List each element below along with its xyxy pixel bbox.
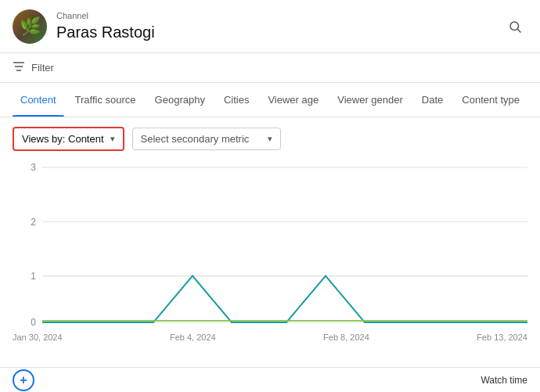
dropdowns-row: Views by: Content ▾ Select secondary met… bbox=[13, 127, 527, 151]
svg-point-0 bbox=[510, 22, 519, 31]
svg-text:1: 1 bbox=[31, 270, 36, 282]
filter-icon bbox=[13, 61, 25, 74]
secondary-chevron: ▾ bbox=[268, 134, 272, 144]
tab-viewer-age[interactable]: Viewer age bbox=[260, 83, 326, 117]
views-by-label: Views by: Content bbox=[22, 133, 104, 145]
search-button[interactable] bbox=[502, 14, 527, 39]
tab-traffic-source[interactable]: Traffic source bbox=[67, 83, 144, 117]
svg-line-1 bbox=[517, 29, 520, 32]
filter-label: Filter bbox=[31, 62, 54, 74]
tab-content-type[interactable]: Content type bbox=[454, 83, 527, 117]
secondary-metric-dropdown[interactable]: Select secondary metric ▾ bbox=[132, 128, 281, 150]
chart-line-main bbox=[42, 276, 527, 322]
add-button[interactable]: + bbox=[13, 369, 34, 391]
x-label-0: Jan 30, 2024 bbox=[13, 333, 63, 342]
watch-time-label: Watch time bbox=[481, 375, 527, 386]
secondary-metric-label: Select secondary metric bbox=[141, 133, 250, 145]
tab-content[interactable]: Content bbox=[13, 83, 64, 117]
channel-label: Channel bbox=[56, 10, 498, 21]
x-label-2: Feb 8, 2024 bbox=[323, 333, 369, 342]
svg-text:2: 2 bbox=[31, 216, 36, 228]
tab-viewer-gender[interactable]: Viewer gender bbox=[329, 83, 411, 117]
views-by-dropdown[interactable]: Views by: Content ▾ bbox=[13, 127, 124, 151]
channel-info: Channel Paras Rastogi bbox=[56, 10, 498, 41]
x-label-3: Feb 13, 2024 bbox=[477, 333, 527, 342]
add-icon: + bbox=[20, 373, 27, 387]
search-icon bbox=[508, 20, 522, 34]
x-axis-labels: Jan 30, 2024 Feb 4, 2024 Feb 8, 2024 Feb… bbox=[13, 331, 527, 342]
avatar bbox=[13, 9, 47, 44]
tab-date[interactable]: Date bbox=[414, 83, 451, 117]
chart-container: 3 2 1 0 bbox=[13, 159, 527, 331]
svg-text:0: 0 bbox=[31, 317, 36, 329]
chart-svg: 3 2 1 0 bbox=[13, 159, 527, 331]
views-by-chevron: ▾ bbox=[110, 134, 115, 144]
header: Channel Paras Rastogi bbox=[0, 0, 540, 53]
filter-row: Filter bbox=[0, 53, 540, 83]
tab-cities[interactable]: Cities bbox=[216, 83, 257, 117]
svg-text:3: 3 bbox=[31, 162, 36, 174]
bottom-bar: + Watch time bbox=[0, 367, 540, 392]
tabs-bar: Content Traffic source Geography Cities … bbox=[0, 83, 540, 117]
tab-geography[interactable]: Geography bbox=[147, 83, 213, 117]
x-label-1: Feb 4, 2024 bbox=[170, 333, 216, 342]
channel-name: Paras Rastogi bbox=[56, 22, 498, 42]
content-area: Views by: Content ▾ Select secondary met… bbox=[0, 117, 540, 392]
